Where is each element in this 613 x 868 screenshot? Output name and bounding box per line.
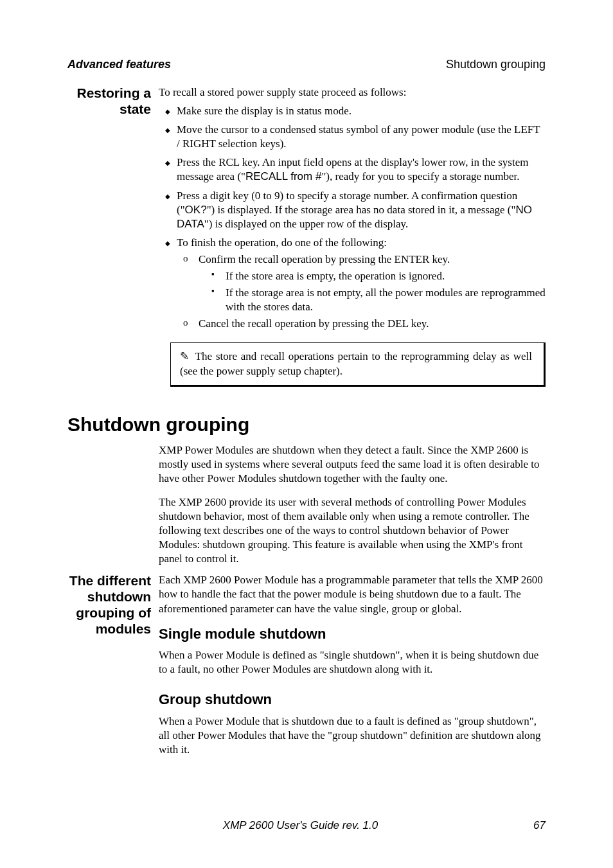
text: ") is displayed. If the storage area has… xyxy=(207,204,516,216)
list-item: Make sure the display is in status mode. xyxy=(177,104,546,118)
text: "), ready for you to specify a storage n… xyxy=(321,170,519,182)
restoring-section: Restoring a state To recall a stored pow… xyxy=(67,85,546,387)
list-item: Confirm the recall operation by pressing… xyxy=(199,252,546,314)
list-item: If the storage area is not empty, all th… xyxy=(226,286,546,314)
grouping-body: Each XMP 2600 Power Module has a program… xyxy=(159,573,546,761)
grouping-block: The different shutdown grouping of modul… xyxy=(67,573,546,761)
paragraph: The XMP 2600 provide its user with sever… xyxy=(159,495,546,566)
side-spacer xyxy=(67,443,159,571)
ui-string: OK? xyxy=(185,204,207,216)
hand-icon: ✎ xyxy=(180,350,191,364)
list-item: Move the cursor to a condensed status sy… xyxy=(177,123,546,151)
list-item: To finish the operation, do one of the f… xyxy=(177,236,546,332)
list-item: Press the RCL key. An input field opens … xyxy=(177,155,546,184)
single-heading: Single module shutdown xyxy=(159,625,546,644)
paragraph: When a Power Module that is shutdown due… xyxy=(159,714,546,757)
note-text: The store and recall operations pertain … xyxy=(180,350,532,376)
header-right: Shutdown grouping xyxy=(446,58,546,71)
paragraph: XMP Power Modules are shutdown when they… xyxy=(159,443,546,486)
paragraph: When a Power Module is defined as "singl… xyxy=(159,648,546,677)
paragraph: Each XMP 2600 Power Module has a program… xyxy=(159,573,546,616)
header-left: Advanced features xyxy=(67,58,171,71)
page-number: 67 xyxy=(533,819,546,832)
note-box: ✎ The store and recall operations pertai… xyxy=(170,342,546,386)
shutdown-intro: XMP Power Modules are shutdown when they… xyxy=(159,443,546,571)
footer-title: XMP 2600 User's Guide rev. 1.0 xyxy=(223,819,378,832)
text: To finish the operation, do one of the f… xyxy=(177,236,387,249)
list-item: If the store area is empty, the operatio… xyxy=(226,269,546,283)
side-heading-restoring: Restoring a state xyxy=(67,85,159,387)
text: ") is displayed on the upper row of the … xyxy=(204,218,408,230)
page-header: Advanced features Shutdown grouping xyxy=(67,58,546,71)
text: Confirm the recall operation by pressing… xyxy=(199,253,450,265)
shutdown-heading: Shutdown grouping xyxy=(67,414,546,436)
restoring-list: Make sure the display is in status mode.… xyxy=(159,104,546,331)
restoring-body: To recall a stored power supply state pr… xyxy=(159,85,546,387)
restoring-intro: To recall a stored power supply state pr… xyxy=(159,85,546,100)
sub-sublist: If the store area is empty, the operatio… xyxy=(199,269,546,314)
sublist: Confirm the recall operation by pressing… xyxy=(177,252,546,331)
shutdown-intro-block: XMP Power Modules are shutdown when they… xyxy=(67,443,546,571)
page-footer: XMP 2600 User's Guide rev. 1.0 67 xyxy=(67,819,546,832)
list-item: Press a digit key (0 to 9) to specify a … xyxy=(177,189,546,231)
group-heading: Group shutdown xyxy=(159,691,546,709)
side-heading-grouping: The different shutdown grouping of modul… xyxy=(67,573,159,761)
ui-string: RECALL from # xyxy=(245,170,321,182)
list-item: Cancel the recall operation by pressing … xyxy=(199,317,546,331)
